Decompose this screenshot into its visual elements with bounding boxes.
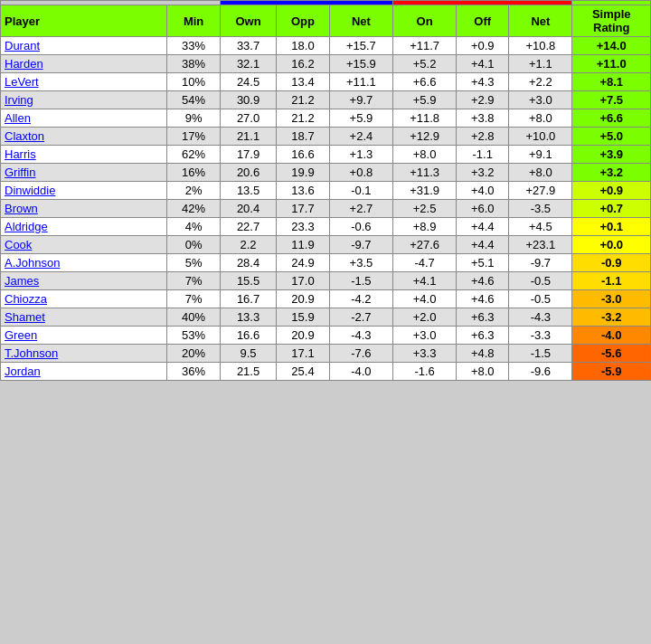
cell-min: 33% (167, 37, 221, 55)
cell-netoc: +10.8 (509, 37, 572, 55)
cell-net: -1.5 (329, 272, 392, 290)
cell-on: +3.0 (393, 327, 457, 345)
cell-opp: 19.9 (277, 164, 330, 182)
table-row: Claxton 17% 21.1 18.7 +2.4 +12.9 +2.8 +1… (1, 128, 651, 146)
table-row: Chiozza 7% 16.7 20.9 -4.2 +4.0 +4.6 -0.5… (1, 290, 651, 308)
cell-net: -0.6 (329, 218, 392, 236)
table-row: Cook 0% 2.2 11.9 -9.7 +27.6 +4.4 +23.1 +… (1, 236, 651, 254)
cell-netoc: +23.1 (509, 236, 572, 254)
player-name[interactable]: Allen (1, 109, 167, 128)
cell-netoc: -0.5 (509, 272, 572, 290)
table-row: Aldridge 4% 22.7 23.3 -0.6 +8.9 +4.4 +4.… (1, 218, 651, 236)
cell-off: +3.2 (457, 164, 509, 182)
cell-off: +0.9 (457, 37, 509, 55)
player-name[interactable]: Harris (1, 146, 167, 164)
player-name[interactable]: Dinwiddie (1, 182, 167, 200)
cell-min: 4% (167, 218, 221, 236)
cell-min: 5% (167, 254, 221, 272)
player-name[interactable]: Griffin (1, 164, 167, 182)
cell-own: 15.5 (220, 272, 276, 290)
cell-on: +5.2 (393, 55, 457, 73)
player-name[interactable]: Chiozza (1, 290, 167, 308)
cell-net: -2.7 (329, 308, 392, 327)
player-name[interactable]: Jordan (1, 363, 167, 381)
cell-net: +15.7 (329, 37, 392, 55)
cell-sr: +3.2 (572, 164, 651, 182)
stats-table: Player Min Own Opp Net On Off Net Simple… (0, 0, 651, 381)
cell-opp: 20.9 (277, 327, 330, 345)
cell-netoc: -0.5 (509, 290, 572, 308)
table-row: Shamet 40% 13.3 15.9 -2.7 +2.0 +6.3 -4.3… (1, 308, 651, 327)
cell-netoc: -9.7 (509, 254, 572, 272)
col-off: Off (457, 5, 509, 37)
cell-opp: 16.2 (277, 55, 330, 73)
cell-min: 40% (167, 308, 221, 327)
cell-off: +2.9 (457, 91, 509, 109)
cell-own: 21.5 (220, 363, 276, 381)
table-row: Jordan 36% 21.5 25.4 -4.0 -1.6 +8.0 -9.6… (1, 363, 651, 381)
cell-min: 42% (167, 200, 221, 218)
player-name[interactable]: Irving (1, 91, 167, 109)
player-name[interactable]: Claxton (1, 128, 167, 146)
cell-net: -4.0 (329, 363, 392, 381)
player-name[interactable]: Aldridge (1, 218, 167, 236)
player-name[interactable]: Shamet (1, 308, 167, 327)
cell-opp: 15.9 (277, 308, 330, 327)
cell-opp: 21.2 (277, 109, 330, 128)
cell-sr: +7.5 (572, 91, 651, 109)
col-player: Player (1, 5, 167, 37)
cell-netoc: +8.0 (509, 109, 572, 128)
cell-on: +4.1 (393, 272, 457, 290)
cell-min: 62% (167, 146, 221, 164)
cell-opp: 23.3 (277, 218, 330, 236)
cell-net: +2.4 (329, 128, 392, 146)
cell-own: 20.6 (220, 164, 276, 182)
cell-off: +6.3 (457, 327, 509, 345)
cell-on: +6.6 (393, 73, 457, 91)
table-row: Harden 38% 32.1 16.2 +15.9 +5.2 +4.1 +1.… (1, 55, 651, 73)
cell-off: +4.0 (457, 182, 509, 200)
cell-own: 17.9 (220, 146, 276, 164)
cell-off: +4.3 (457, 73, 509, 91)
col-header-row: Player Min Own Opp Net On Off Net Simple… (1, 5, 651, 37)
table-row: James 7% 15.5 17.0 -1.5 +4.1 +4.6 -0.5 -… (1, 272, 651, 290)
col-own: Own (220, 5, 276, 37)
cell-netoc: +9.1 (509, 146, 572, 164)
cell-on: +8.0 (393, 146, 457, 164)
player-name[interactable]: Green (1, 327, 167, 345)
player-name[interactable]: Brown (1, 200, 167, 218)
cell-opp: 25.4 (277, 363, 330, 381)
cell-net: +15.9 (329, 55, 392, 73)
player-name[interactable]: James (1, 272, 167, 290)
cell-opp: 16.6 (277, 146, 330, 164)
cell-own: 9.5 (220, 345, 276, 363)
cell-opp: 17.0 (277, 272, 330, 290)
cell-own: 13.3 (220, 308, 276, 327)
cell-off: +8.0 (457, 363, 509, 381)
cell-on: +11.3 (393, 164, 457, 182)
player-name[interactable]: Cook (1, 236, 167, 254)
player-name[interactable]: Durant (1, 37, 167, 55)
player-name[interactable]: LeVert (1, 73, 167, 91)
cell-own: 16.6 (220, 327, 276, 345)
cell-netoc: +3.0 (509, 91, 572, 109)
cell-off: +4.4 (457, 218, 509, 236)
cell-on: +3.3 (393, 345, 457, 363)
player-name[interactable]: A.Johnson (1, 254, 167, 272)
cell-opp: 17.7 (277, 200, 330, 218)
cell-min: 2% (167, 182, 221, 200)
cell-own: 16.7 (220, 290, 276, 308)
cell-netoc: +10.0 (509, 128, 572, 146)
cell-net: +5.9 (329, 109, 392, 128)
cell-netoc: +27.9 (509, 182, 572, 200)
col-min: Min (167, 5, 221, 37)
cell-on: +2.0 (393, 308, 457, 327)
cell-min: 54% (167, 91, 221, 109)
cell-off: +4.1 (457, 55, 509, 73)
cell-sr: +0.0 (572, 236, 651, 254)
cell-min: 7% (167, 290, 221, 308)
cell-sr: +0.1 (572, 218, 651, 236)
player-name[interactable]: Harden (1, 55, 167, 73)
player-name[interactable]: T.Johnson (1, 345, 167, 363)
cell-sr: +0.9 (572, 182, 651, 200)
